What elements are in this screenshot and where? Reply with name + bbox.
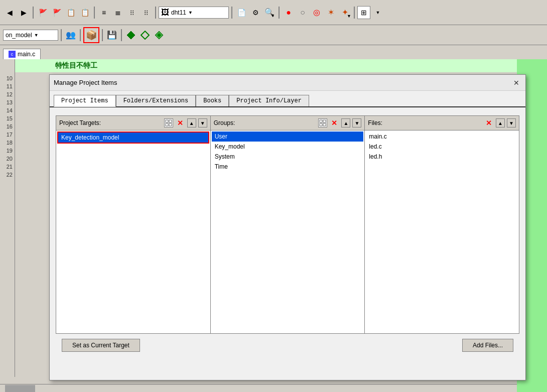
groups-label: Groups:: [214, 119, 317, 126]
svg-rect-6: [166, 123, 168, 126]
ide-background: ◀ ▶ 🚩 🚩 📋 📋 ≡ ≣ ⁝⁝ ⁝⁝ 🖼 dht11 ▼ 📄 ⚙ 🔍 ▼ …: [0, 0, 547, 392]
files-label: Files:: [368, 119, 482, 126]
tab-folders-extensions[interactable]: Folders/Extensions: [116, 95, 196, 106]
group-item-system[interactable]: System: [212, 152, 364, 162]
project-targets-panel: Project Targets: ✕: [56, 116, 211, 333]
files-delete-btn[interactable]: ✕: [484, 118, 494, 128]
file-item-led-h[interactable]: led.h: [366, 152, 518, 162]
tab-project-info-layer[interactable]: Project Info/Layer: [229, 95, 309, 106]
dialog-overlay: Manage Project Items ✕ Project Items Fol…: [0, 0, 547, 392]
group-item-user[interactable]: User: [212, 132, 364, 142]
targets-header: Project Targets: ✕: [56, 116, 210, 130]
targets-delete-btn[interactable]: ✕: [175, 118, 185, 128]
tab-books[interactable]: Books: [196, 95, 229, 106]
svg-rect-5: [169, 120, 172, 122]
target-item-key-detection[interactable]: Key_detection_model: [57, 132, 209, 144]
files-list: main.c led.c led.h: [365, 130, 519, 333]
groups-panel: Groups: ✕ ▲ ▼: [211, 116, 365, 333]
groups-down-btn[interactable]: ▼: [352, 118, 361, 127]
groups-up-btn[interactable]: ▲: [341, 118, 350, 127]
files-header: Files: ✕ ▲ ▼: [365, 116, 519, 130]
add-files-btn[interactable]: Add Files...: [462, 339, 513, 352]
groups-list: User Key_model System Time: [211, 130, 365, 333]
targets-list: Key_detection_model: [56, 130, 210, 333]
dialog-footer: Set as Current Target Add Files...: [56, 334, 519, 357]
file-item-main-c[interactable]: main.c: [366, 132, 518, 142]
targets-up-btn[interactable]: ▲: [187, 118, 196, 127]
set-current-target-btn[interactable]: Set as Current Target: [62, 339, 140, 352]
dialog-close-btn[interactable]: ✕: [511, 78, 521, 88]
svg-rect-9: [323, 120, 326, 122]
groups-header: Groups: ✕ ▲ ▼: [211, 116, 365, 130]
targets-add-btn[interactable]: [164, 118, 173, 127]
svg-rect-10: [320, 123, 322, 126]
group-item-time[interactable]: Time: [212, 162, 364, 172]
dialog-content: Project Targets: ✕: [50, 107, 525, 365]
groups-delete-btn[interactable]: ✕: [329, 118, 339, 128]
dialog-title: Manage Project Items: [54, 79, 117, 86]
files-down-btn[interactable]: ▼: [507, 118, 516, 127]
targets-label: Project Targets:: [59, 119, 162, 126]
svg-rect-4: [166, 120, 168, 122]
tab-project-items[interactable]: Project Items: [54, 95, 116, 107]
dialog-titlebar: Manage Project Items ✕: [50, 75, 525, 91]
groups-add-btn[interactable]: [318, 118, 327, 127]
manage-project-dialog: Manage Project Items ✕ Project Items Fol…: [49, 74, 526, 380]
dialog-tab-bar: Project Items Folders/Extensions Books P…: [50, 91, 525, 107]
panels-row: Project Targets: ✕: [56, 115, 519, 334]
svg-rect-7: [169, 123, 172, 126]
files-up-btn[interactable]: ▲: [496, 118, 505, 127]
targets-down-btn[interactable]: ▼: [198, 118, 207, 127]
svg-rect-8: [320, 120, 322, 122]
file-item-led-c[interactable]: led.c: [366, 142, 518, 152]
svg-rect-11: [323, 123, 326, 126]
group-item-key-model[interactable]: Key_model: [212, 142, 364, 152]
files-panel: Files: ✕ ▲ ▼ main.c led.c led.h: [365, 116, 519, 333]
